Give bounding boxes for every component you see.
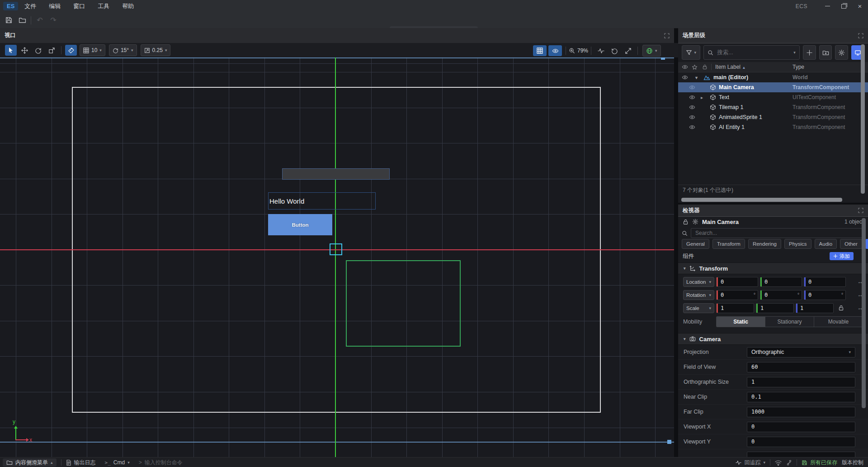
minimize-button[interactable]	[819, 0, 835, 12]
ui-panel-element[interactable]	[282, 168, 390, 180]
network-icon[interactable]	[775, 460, 782, 466]
close-button[interactable]: ×	[852, 0, 868, 12]
hierarchy-v-scrollbar[interactable]	[861, 44, 865, 194]
location-z-field[interactable]: 0	[804, 277, 846, 287]
tab-general[interactable]: General	[682, 239, 709, 249]
tab-rendering[interactable]: Rendering	[748, 239, 781, 249]
scale-snap-dropdown[interactable]: 0.25 ▾	[141, 44, 171, 56]
hierarchy-row-animatedsprite[interactable]: AnimatedSprite 1 TransformComponent	[678, 112, 868, 122]
expand-chevron-icon[interactable]: ▸	[701, 95, 703, 100]
gear-icon[interactable]	[692, 219, 698, 225]
rotation-x-field[interactable]: 0°	[716, 290, 758, 300]
hierarchy-search-input[interactable]	[716, 49, 791, 56]
hierarchy-settings-button[interactable]	[835, 45, 848, 60]
grid-snap-dropdown[interactable]: 10 ▾	[80, 44, 105, 56]
eye-icon[interactable]	[689, 104, 695, 110]
orthographic-size-input[interactable]: 1	[747, 377, 855, 387]
tab-physics[interactable]: Physics	[784, 239, 811, 249]
save-button[interactable]	[2, 14, 15, 26]
content-drawer-button[interactable]: 内容侧滑菜单 ▴	[3, 458, 57, 467]
rotation-dropdown[interactable]: Rotation▾	[683, 290, 714, 300]
tab-other[interactable]: Other	[840, 239, 862, 249]
stats-button[interactable]	[595, 45, 607, 56]
hierarchy-row-main[interactable]: ▾ main (Editor) World	[678, 72, 868, 82]
lock-icon[interactable]	[838, 305, 844, 311]
rotation-y-field[interactable]: 0°	[760, 290, 802, 300]
near-clip-input[interactable]: 0.1	[747, 392, 855, 402]
cmd-dropdown[interactable]: >_ Cmd ▾	[105, 459, 130, 466]
viewport-y-input[interactable]: 0	[747, 437, 855, 447]
selected-entity-gizmo[interactable]	[330, 243, 342, 255]
scale-tool-button[interactable]	[46, 45, 57, 56]
far-clip-input[interactable]: 1000	[747, 407, 855, 417]
column-type[interactable]: Type	[793, 64, 804, 70]
new-folder-button[interactable]	[819, 45, 832, 60]
undo-button[interactable]: ↶	[33, 14, 47, 26]
zoom-indicator[interactable]: 79%	[569, 48, 588, 54]
eye-icon[interactable]	[689, 124, 695, 130]
trace-dropdown[interactable]: 回追踪 ▾	[736, 459, 765, 467]
viewport-x-input[interactable]: 0	[747, 422, 855, 432]
ui-canvas-handle[interactable]	[667, 440, 671, 444]
field-of-view-input[interactable]: 60	[747, 362, 855, 372]
ui-text-element[interactable]: Hello World	[268, 192, 376, 210]
move-tool-button[interactable]	[19, 45, 30, 56]
menu-window[interactable]: 窗口	[67, 0, 91, 12]
menu-help[interactable]: 帮助	[116, 0, 140, 12]
mobility-stationary[interactable]: Stationary	[765, 317, 814, 327]
scale-dropdown[interactable]: Scale▾	[683, 303, 714, 313]
grid-visibility-button[interactable]	[533, 45, 547, 56]
eye-icon[interactable]	[689, 114, 695, 120]
menu-file[interactable]: 文件	[18, 0, 42, 12]
redo-button[interactable]: ↷	[47, 14, 60, 26]
expand-panel-icon[interactable]	[858, 208, 863, 213]
save-status[interactable]: 所有已保存	[802, 459, 837, 467]
tab-audio[interactable]: Audio	[815, 239, 837, 249]
mobility-movable[interactable]: Movable	[814, 317, 863, 327]
location-y-field[interactable]: 0	[760, 277, 802, 287]
inspector-v-scrollbar[interactable]	[862, 218, 866, 408]
add-component-button[interactable]: 添加	[830, 252, 854, 260]
inspector-search-box[interactable]	[691, 228, 864, 238]
transform-section-header[interactable]: ▾ Transform	[678, 262, 868, 274]
branch-icon[interactable]	[786, 460, 792, 466]
scale-x-field[interactable]: 1	[716, 303, 754, 313]
lock-icon[interactable]	[683, 219, 689, 225]
fit-view-button[interactable]	[622, 45, 634, 56]
rotation-z-field[interactable]: 0°	[804, 290, 846, 300]
maximize-button[interactable]	[835, 0, 852, 12]
scale-y-field[interactable]: 1	[756, 303, 794, 313]
collapse-chevron-icon[interactable]: ▾	[695, 75, 698, 80]
add-entity-button[interactable]	[803, 45, 816, 60]
tab-transform[interactable]: Transform	[712, 239, 745, 249]
menu-edit[interactable]: 编辑	[42, 0, 67, 12]
gizmo-visibility-button[interactable]	[548, 45, 562, 56]
expand-panel-icon[interactable]	[858, 33, 863, 38]
app-logo[interactable]: ES	[3, 2, 18, 10]
rotation-snap-dropdown[interactable]: 15° ▾	[109, 44, 137, 56]
hierarchy-search-box[interactable]: ▾	[703, 45, 800, 60]
location-dropdown[interactable]: Location▾	[683, 277, 714, 287]
rotate-tool-button[interactable]	[32, 45, 44, 56]
ui-canvas-handle[interactable]	[661, 57, 665, 60]
hierarchy-row-tilemap[interactable]: Tilemap 1 TransformComponent	[678, 102, 868, 112]
location-x-field[interactable]: 0	[716, 277, 758, 287]
mobility-static[interactable]: Static	[717, 317, 765, 327]
version-control-button[interactable]: 版本控制	[842, 459, 863, 467]
select-tool-button[interactable]	[5, 45, 17, 56]
eye-icon[interactable]	[682, 74, 688, 81]
inspector-search-input[interactable]	[694, 229, 861, 237]
eye-icon[interactable]	[689, 84, 695, 91]
partial-input[interactable]	[747, 452, 855, 457]
hierarchy-row-text[interactable]: ▸ Text UITextComponent	[678, 92, 868, 102]
filter-dropdown-button[interactable]: ▾	[682, 45, 700, 60]
expand-panel-icon[interactable]	[664, 33, 670, 38]
hierarchy-row-ai-entity[interactable]: AI Entity 1 TransformComponent	[678, 122, 868, 132]
scale-z-field[interactable]: 1	[796, 303, 834, 313]
menu-tools[interactable]: 工具	[91, 0, 116, 12]
world-view-dropdown[interactable]: ▾	[642, 45, 661, 57]
projection-dropdown[interactable]: Orthographic ▾	[747, 347, 855, 357]
camera-section-header[interactable]: ▾ Camera	[678, 333, 868, 345]
reset-view-button[interactable]	[609, 45, 620, 56]
eye-icon[interactable]	[689, 94, 695, 100]
